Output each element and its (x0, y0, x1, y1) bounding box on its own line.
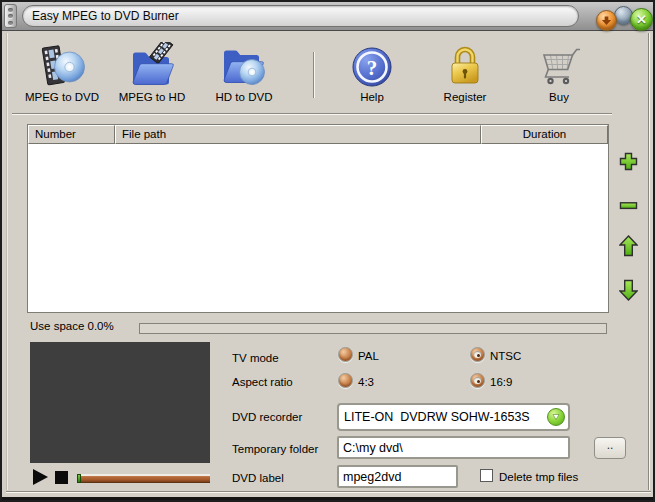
toolbar-label: HD to DVD (216, 91, 273, 103)
toolbar-label: Help (360, 91, 384, 103)
dvd-recorder-value: LITE-ON DVDRW SOHW-1653S (344, 405, 530, 429)
close-icon: ✕ (636, 12, 647, 27)
column-header-duration[interactable]: Duration (481, 125, 608, 144)
browse-label: .. (607, 440, 614, 450)
remove-file-button[interactable] (619, 197, 639, 215)
folder-disc-icon (220, 42, 268, 90)
toolbar-label: MPEG to HD (119, 91, 185, 103)
radio-4-3[interactable] (338, 373, 353, 388)
help-button[interactable]: ? Help (328, 42, 416, 106)
dvd-recorder-label: DVD recorder (232, 411, 302, 423)
left-frame-groove (6, 33, 8, 490)
toolbar-divider (12, 113, 612, 115)
arrow-up-icon (619, 235, 638, 257)
use-space-label: Use space 0.0% (30, 320, 114, 332)
radio-ntsc-label: NTSC (490, 350, 521, 362)
stop-icon[interactable] (55, 471, 68, 484)
buy-button[interactable]: Buy (515, 42, 603, 106)
dvd-label-label: DVD label (232, 472, 284, 484)
move-down-button[interactable] (619, 279, 639, 305)
cart-icon (535, 42, 583, 90)
titlebar-grip-icon (4, 4, 17, 28)
move-up-button[interactable] (619, 235, 639, 261)
aspect-ratio-label: Aspect ratio (232, 376, 293, 388)
use-space-progressbar (139, 323, 607, 334)
minus-icon (619, 201, 638, 211)
svg-text:?: ? (367, 56, 378, 80)
radio-16-9[interactable] (470, 373, 485, 388)
file-list: Number File path Duration (27, 124, 609, 313)
seek-slider-thumb[interactable] (77, 474, 81, 483)
toolbar-label: Buy (549, 91, 569, 103)
temporary-folder-label: Temporary folder (232, 443, 318, 455)
minimize-button[interactable] (596, 10, 617, 31)
column-header-filepath[interactable]: File path (115, 125, 481, 144)
toolbar-label: Register (444, 91, 487, 103)
app-window: Easy MPEG to DVD Burner ✕ MPEG t (0, 0, 655, 502)
radio-pal[interactable] (338, 347, 353, 362)
hd-to-dvd-button[interactable]: HD to DVD (200, 42, 288, 106)
seek-slider[interactable] (77, 474, 210, 483)
radio-4-3-label: 4:3 (358, 376, 374, 388)
column-header-number[interactable]: Number (28, 125, 115, 144)
delete-tmp-files-label: Delete tmp files (499, 471, 578, 483)
delete-tmp-files-checkbox[interactable] (480, 469, 493, 482)
file-list-body[interactable] (28, 144, 608, 312)
add-file-button[interactable] (619, 152, 639, 175)
temporary-folder-input[interactable] (337, 436, 570, 459)
window-bottom-edge (2, 497, 653, 500)
bottom-frame-groove (6, 491, 651, 493)
mpeg-to-hd-button[interactable]: MPEG to HD (108, 42, 196, 106)
file-list-header: Number File path Duration (28, 125, 608, 144)
tv-mode-label: TV mode (232, 352, 279, 364)
mpeg-to-dvd-button[interactable]: MPEG to DVD (18, 42, 106, 106)
radio-16-9-label: 16:9 (490, 376, 512, 388)
padlock-icon (441, 42, 489, 90)
titlebar[interactable]: Easy MPEG to DVD Burner ✕ (2, 2, 653, 31)
titlebar-inset: Easy MPEG to DVD Burner (22, 5, 579, 27)
right-frame-groove (648, 33, 650, 490)
plus-icon (619, 152, 638, 171)
play-icon[interactable] (33, 469, 48, 485)
folder-film-icon (128, 42, 176, 90)
toolbar-separator (313, 52, 315, 98)
dropdown-button[interactable] (547, 408, 565, 426)
film-disc-icon (38, 42, 86, 90)
radio-pal-label: PAL (358, 350, 379, 362)
close-button[interactable]: ✕ (630, 8, 653, 31)
register-button[interactable]: Register (421, 42, 509, 106)
down-arrow-icon (601, 15, 612, 26)
help-icon: ? (348, 42, 396, 90)
browse-folder-button[interactable]: .. (594, 437, 626, 459)
window-title: Easy MPEG to DVD Burner (23, 6, 578, 26)
video-preview (30, 342, 210, 463)
dvd-label-input[interactable] (337, 465, 458, 488)
chevron-down-icon (551, 412, 561, 422)
arrow-down-icon (619, 279, 638, 301)
radio-ntsc[interactable] (470, 347, 485, 362)
dvd-recorder-select[interactable]: LITE-ON DVDRW SOHW-1653S (337, 403, 570, 431)
toolbar-label: MPEG to DVD (25, 91, 99, 103)
